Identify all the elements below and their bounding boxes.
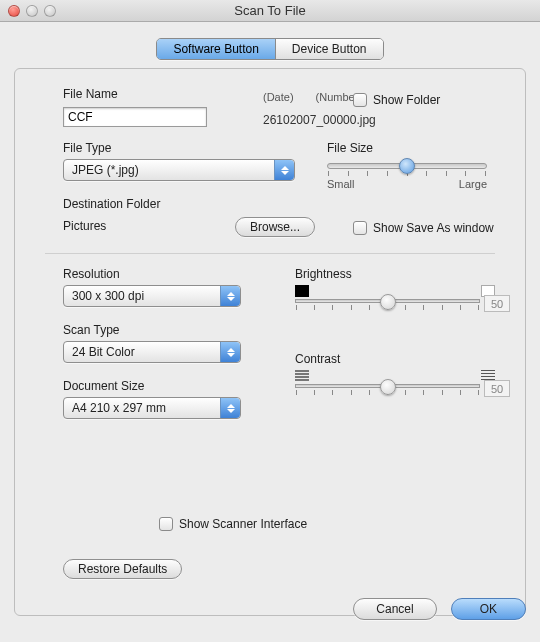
show-folder-checkbox-row: Show Folder (353, 93, 440, 107)
brightness-label: Brightness (295, 267, 495, 281)
show-saveas-label: Show Save As window (373, 221, 494, 235)
dialog-footer: Cancel OK (0, 598, 526, 620)
filetype-label: File Type (63, 141, 303, 155)
docsize-label: Document Size (63, 379, 243, 393)
show-scanner-interface-row: Show Scanner Interface (159, 517, 307, 531)
scantype-section: Scan Type 24 Bit Color (63, 323, 243, 363)
resolution-value: 300 x 300 dpi (72, 289, 144, 303)
filesize-range-labels: Small Large (327, 178, 487, 190)
resolution-section: Resolution 300 x 300 dpi (63, 267, 243, 307)
contrast-label: Contrast (295, 352, 495, 366)
scantype-label: Scan Type (63, 323, 243, 337)
traffic-lights (0, 5, 56, 17)
browse-button[interactable]: Browse... (235, 217, 315, 237)
ok-button[interactable]: OK (451, 598, 526, 620)
filetype-section: File Type JPEG (*.jpg) (63, 141, 303, 181)
filetype-select[interactable]: JPEG (*.jpg) (63, 159, 295, 181)
docsize-value: A4 210 x 297 mm (72, 401, 166, 415)
contrast-slider[interactable] (295, 384, 480, 388)
main-panel: File Name (Date) (Number) 26102007_00000… (14, 68, 526, 616)
resolution-select[interactable]: 300 x 300 dpi (63, 285, 241, 307)
filesize-slider[interactable] (327, 163, 487, 169)
filename-input[interactable] (63, 107, 207, 127)
show-folder-label: Show Folder (373, 93, 440, 107)
show-folder-checkbox[interactable] (353, 93, 367, 107)
contrast-value: 50 (484, 380, 510, 397)
minimize-window-button[interactable] (26, 5, 38, 17)
scantype-select[interactable]: 24 Bit Color (63, 341, 241, 363)
filesize-small-label: Small (327, 178, 355, 190)
show-saveas-checkbox-row: Show Save As window (353, 221, 494, 235)
brightness-section: Brightness 50 (295, 267, 495, 310)
brightness-slider[interactable] (295, 299, 480, 303)
window-title: Scan To File (0, 3, 540, 18)
tab-bar: Software Button Device Button (0, 38, 540, 60)
cancel-button[interactable]: Cancel (353, 598, 436, 620)
section-divider (45, 253, 495, 254)
brightness-value: 50 (484, 295, 510, 312)
resolution-label: Resolution (63, 267, 243, 281)
brightness-dark-icon (295, 285, 309, 297)
filename-example: 26102007_00000.jpg (263, 113, 376, 127)
tab-segmented-control: Software Button Device Button (156, 38, 383, 60)
restore-defaults-button[interactable]: Restore Defaults (63, 559, 182, 579)
zoom-window-button[interactable] (44, 5, 56, 17)
filesize-section: File Size Small Large (327, 141, 487, 190)
destination-section: Destination Folder Pictures (63, 197, 503, 215)
close-window-button[interactable] (8, 5, 20, 17)
select-stepper-icon (220, 342, 240, 362)
contrast-low-icon (295, 370, 309, 382)
date-label: (Date) (263, 91, 294, 103)
contrast-section: Contrast 50 (295, 352, 495, 395)
destination-label: Destination Folder (63, 197, 503, 211)
filesize-label: File Size (327, 141, 487, 155)
select-stepper-icon (220, 286, 240, 306)
destination-path: Pictures (63, 219, 106, 233)
filetype-value: JPEG (*.jpg) (72, 163, 139, 177)
titlebar: Scan To File (0, 0, 540, 22)
select-stepper-icon (274, 160, 294, 180)
scantype-value: 24 Bit Color (72, 345, 135, 359)
select-stepper-icon (220, 398, 240, 418)
filesize-large-label: Large (459, 178, 487, 190)
tab-device-button[interactable]: Device Button (275, 39, 383, 59)
brightness-range-icons (295, 285, 495, 297)
contrast-range-icons (295, 370, 495, 382)
tab-software-button[interactable]: Software Button (157, 39, 274, 59)
docsize-section: Document Size A4 210 x 297 mm (63, 379, 243, 419)
show-scanner-interface-checkbox[interactable] (159, 517, 173, 531)
show-scanner-interface-label: Show Scanner Interface (179, 517, 307, 531)
show-saveas-checkbox[interactable] (353, 221, 367, 235)
docsize-select[interactable]: A4 210 x 297 mm (63, 397, 241, 419)
filename-pattern-labels: (Date) (Number) (263, 91, 362, 103)
